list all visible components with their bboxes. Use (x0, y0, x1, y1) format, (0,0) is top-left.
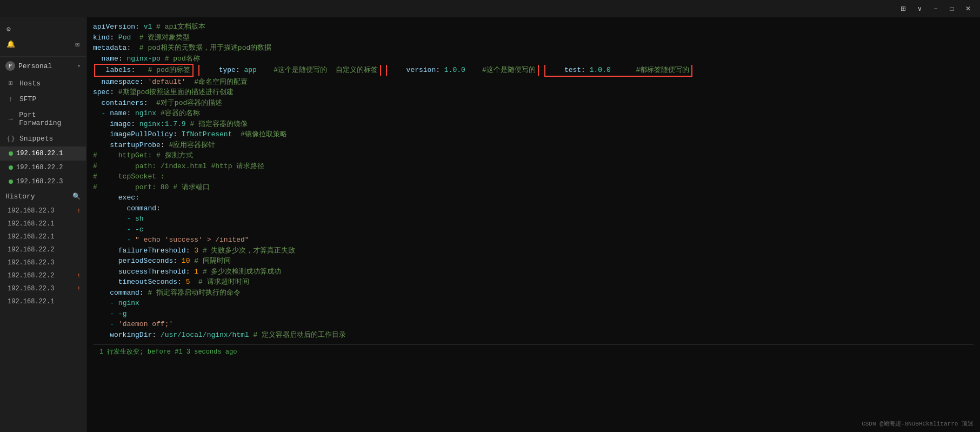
main-layout: ⚙ 🔔 ✉ P Personal ▾ ⊞ Hosts ↑ SFTP → Port… (0, 17, 980, 432)
personal-chevron: ▾ (77, 63, 81, 69)
host-item-1[interactable]: 192.168.22.1 (0, 147, 86, 161)
history-search-icon[interactable]: 🔍 (72, 192, 81, 201)
code-line-33: workingDir: /usr/local/nginx/html # 定义容器… (93, 330, 974, 341)
port-forwarding-icon: → (6, 115, 15, 123)
code-line-18: # tcpSocket : (93, 171, 974, 182)
code-line-32: - 'daemon off;' (93, 319, 974, 330)
history-item-2[interactable]: 192.168.22.1 (0, 217, 86, 230)
code-line-8: test: 1.0.0 #都标签随便写的 (544, 65, 693, 77)
sidebar: ⚙ 🔔 ✉ P Personal ▾ ⊞ Hosts ↑ SFTP → Port… (0, 17, 86, 432)
history-item-4[interactable]: 192.168.22.2 (0, 243, 86, 256)
snippets-label: Snippets (19, 135, 53, 143)
host-item-2[interactable]: 192.168.22.2 (0, 161, 86, 175)
history-ip-3: 192.168.22.1 (8, 233, 54, 241)
code-line-24: - " echo 'success' > /inited" (93, 235, 974, 245)
code-line-4: name: nginx-po # pod名称 (93, 54, 974, 64)
nav-hosts[interactable]: ⊞ Hosts (0, 75, 86, 91)
code-line-6: type: app #这个是随便写的 自定义的标签 (198, 65, 381, 76)
personal-label: Personal (18, 62, 52, 70)
code-line-28: timeoutSeconds: 5 # 请求超时时间 (93, 277, 974, 288)
history-item-6[interactable]: 192.168.22.2 ! (0, 269, 86, 282)
host-dot-3 (9, 180, 13, 184)
code-line-29: command: # 指定容器启动时执行的命令 (93, 288, 974, 298)
host-dot-2 (9, 165, 13, 170)
code-line-10: spec: #期望pod按照这里面的描述进行创建 (93, 87, 974, 98)
history-ip-5: 192.168.22.3 (8, 259, 54, 267)
code-line-26: periodSeconds: 10 # 间隔时间 (93, 256, 974, 267)
code-line-12: - name: nginx #容器的名称 (93, 108, 974, 119)
sftp-label: SFTP (19, 95, 36, 103)
code-line-1: apiVersion: v1 # api文档版本 (93, 22, 974, 32)
warn-icon-6: ! (77, 273, 81, 279)
code-line-14: imagePullPolicy: IfNotPresent #镜像拉取策略 (93, 129, 974, 140)
code-line-30: - nginx (93, 298, 974, 309)
warn-icon-1: ! (77, 208, 81, 214)
warn-icon-7: ! (77, 285, 81, 292)
code-line-11: containers: #对于pod容器的描述 (93, 98, 974, 109)
status-bar: 1 行发生改变; before #1 3 seconds ago (93, 344, 974, 359)
personal-section[interactable]: P Personal ▾ (0, 57, 86, 75)
code-line-2: kind: Pod # 资源对象类型 (93, 32, 974, 43)
bell-icon: 🔔 (6, 40, 15, 49)
host-item-3[interactable]: 192.168.22.3 (0, 175, 86, 189)
history-ip-7: 192.168.22.3 (8, 285, 54, 293)
sidebar-notifications[interactable]: 🔔 ✉ (0, 37, 86, 52)
code-line-21: command: (93, 203, 974, 214)
sidebar-settings[interactable]: ⚙ (0, 22, 86, 37)
mail-icon: ✉ (75, 40, 79, 49)
code-line-23: - -c (93, 224, 974, 235)
settings-icon: ⚙ (6, 25, 11, 34)
code-line-25: failureThreshold: 3 # 失败多少次，才算真正失败 (93, 245, 974, 256)
watermark: CSDN @鲍海超-GNUBHCkalitarro 顶迷 (862, 420, 974, 428)
terminal[interactable]: apiVersion: v1 # api文档版本 kind: Pod # 资源对… (86, 17, 980, 432)
nav-sftp[interactable]: ↑ SFTP (0, 91, 86, 107)
code-line-3: metadata: # pod相关的元数据，用于描述pod的数据 (93, 43, 974, 54)
code-line-17: # path: /index.html #http 请求路径 (93, 161, 974, 172)
status-text: 1 行发生改变; before #1 3 seconds ago (99, 348, 237, 356)
history-ip-8: 192.168.22.1 (8, 298, 54, 305)
history-ip-2: 192.168.22.1 (8, 220, 54, 228)
hosts-icon: ⊞ (6, 79, 15, 88)
watermark-text: CSDN @鲍海超-GNUBHCkalitarro 顶迷 (862, 421, 974, 427)
host-ip-1: 192.168.22.1 (16, 150, 63, 157)
nav-port-forwarding[interactable]: → Port Forwarding (0, 107, 86, 131)
code-line-22: - sh (93, 214, 974, 224)
history-item-7[interactable]: 192.168.22.3 ! (0, 282, 86, 295)
host-dot-1 (9, 151, 13, 156)
history-label: History (5, 192, 35, 201)
history-item-5[interactable]: 192.168.22.3 (0, 256, 86, 269)
history-section[interactable]: History 🔍 (0, 189, 86, 204)
history-ip-6: 192.168.22.2 (8, 272, 54, 280)
history-item-3[interactable]: 192.168.22.1 (0, 230, 86, 243)
personal-avatar: P (5, 61, 15, 71)
code-line-19: # port: 80 # 请求端口 (93, 182, 974, 193)
nav-snippets[interactable]: {} Snippets (0, 131, 86, 147)
title-bar: ⊞ ∨ − □ ✕ (0, 0, 980, 17)
code-line-31: - -g (93, 309, 974, 320)
maximize-button[interactable]: □ (944, 3, 959, 15)
hosts-label: Hosts (19, 79, 41, 88)
code-line-5: labels: # pod的标签 (94, 64, 194, 77)
code-line-15: startupProbe: #应用容器探针 (93, 140, 974, 151)
close-button[interactable]: ✕ (961, 3, 976, 15)
host-ip-2: 192.168.22.2 (16, 164, 63, 171)
code-line-9: namespace: 'default' #命名空间的配置 (93, 77, 974, 88)
port-forwarding-label: Port Forwarding (19, 111, 79, 127)
history-item-1[interactable]: 192.168.22.3 ! (0, 204, 86, 217)
host-ip-3: 192.168.22.3 (16, 178, 63, 185)
split-button[interactable]: ⊞ (896, 3, 911, 15)
snippets-icon: {} (6, 135, 15, 143)
code-line-16: # httpGet: # 探测方式 (93, 150, 974, 161)
history-ip-4: 192.168.22.2 (8, 246, 54, 254)
sftp-icon: ↑ (6, 95, 15, 103)
code-line-27: successThreshold: 1 # 多少次检测成功算成功 (93, 267, 974, 277)
sidebar-top: ⚙ 🔔 ✉ (0, 17, 86, 57)
window-controls: ⊞ ∨ − □ ✕ (896, 3, 976, 15)
history-item-8[interactable]: 192.168.22.1 (0, 295, 86, 308)
code-line-7: version: 1.0.0 #这个是随便写的 (386, 65, 538, 76)
minimize-button[interactable]: − (928, 3, 943, 15)
chevron-button[interactable]: ∨ (912, 3, 927, 15)
code-line-13: image: nginx:1.7.9 # 指定容器的镜像 (93, 119, 974, 130)
history-ip-1: 192.168.22.3 (8, 207, 54, 215)
code-line-20: exec: (93, 192, 974, 203)
